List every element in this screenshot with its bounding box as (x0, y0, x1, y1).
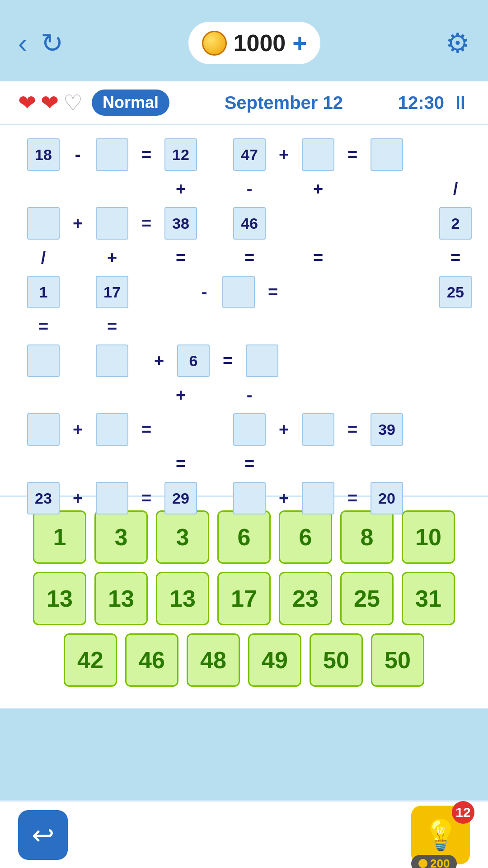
op-r6c3: = (96, 310, 128, 343)
tile-25[interactable]: 25 (340, 572, 394, 625)
cell-r5c11[interactable]: 25 (439, 276, 472, 308)
op-row-6b: = (96, 310, 128, 343)
op-r5c7: = (257, 276, 289, 308)
cell-r11c5[interactable]: 29 (164, 482, 197, 514)
op-r11c2: + (61, 482, 94, 514)
timer-area: 12:30 ⏸ (398, 92, 470, 113)
op-row-8a: + (164, 379, 197, 411)
cell-r3c7[interactable]: 46 (233, 207, 266, 240)
op-r1c10: = (336, 138, 369, 171)
op-row-4f: = (439, 241, 472, 274)
cell-r5c3[interactable]: 17 (96, 276, 128, 308)
op-r3c4: = (130, 207, 163, 240)
input-r1c3[interactable] (96, 138, 128, 171)
input-r11c3[interactable] (96, 482, 128, 514)
cell-r11c11[interactable]: 20 (371, 482, 403, 514)
input-r3c1[interactable] (27, 207, 60, 240)
cell-r3c5[interactable]: 38 (164, 207, 197, 240)
add-coins-button[interactable]: + (292, 28, 307, 57)
op-row-2d: / (439, 173, 472, 205)
cell-r1c1[interactable]: 18 (27, 138, 60, 171)
input-r3c3[interactable] (96, 207, 128, 240)
puzzle-grid: 18 - = 12 47 + = + - + / + (27, 138, 461, 482)
input-r9c7[interactable] (233, 413, 266, 446)
cell-row-5b: 17 (96, 276, 128, 308)
undo-button[interactable]: ↩ (18, 810, 68, 860)
op-r11c10: = (336, 482, 369, 514)
op-r4c1: / (27, 241, 60, 274)
input-r7c3[interactable] (96, 344, 128, 377)
op-row-10b: = (233, 448, 266, 480)
hint-container: 💡 12 200 (411, 806, 470, 864)
input-r11c7[interactable] (233, 482, 266, 514)
hint-coin-dot (418, 859, 427, 868)
op-row-4e: = (302, 241, 334, 274)
tile-49[interactable]: 49 (248, 633, 301, 687)
tile-13b[interactable]: 13 (94, 572, 148, 625)
input-r9c9[interactable] (302, 413, 334, 446)
op-r10c7: = (233, 448, 266, 480)
input-r1c9[interactable] (302, 138, 334, 171)
input-r1c11[interactable] (371, 138, 403, 171)
cell-r3c11[interactable]: 2 (439, 207, 472, 240)
cell-r1c7[interactable]: 47 (233, 138, 266, 171)
op-r11c8: + (267, 482, 300, 514)
back-button[interactable]: ‹ (18, 28, 27, 59)
tile-3a[interactable]: 3 (94, 510, 148, 564)
bottom-bar: ↩ 💡 12 200 (0, 800, 488, 868)
tile-8[interactable]: 8 (340, 510, 394, 564)
tile-50a[interactable]: 50 (310, 633, 363, 687)
input-r11c9[interactable] (302, 482, 334, 514)
refresh-button[interactable]: ↻ (41, 27, 63, 59)
coin-amount: 1000 (234, 29, 286, 57)
tile-6b[interactable]: 6 (279, 510, 332, 564)
tile-1[interactable]: 1 (33, 510, 86, 564)
hint-count-badge: 12 (452, 801, 474, 824)
settings-button[interactable]: ⚙ (446, 27, 470, 59)
op-row-4a: / (27, 241, 60, 274)
op-row-10a: = (164, 448, 197, 480)
op-r4c3: + (96, 241, 128, 274)
input-r5c6[interactable] (222, 276, 255, 308)
tile-10[interactable]: 10 (402, 510, 455, 564)
cell-r9c11[interactable]: 39 (371, 413, 403, 446)
tile-50b[interactable]: 50 (371, 633, 424, 687)
cell-r7c5[interactable]: 6 (177, 344, 210, 377)
tile-3b[interactable]: 3 (156, 510, 209, 564)
op-r6c1: = (27, 310, 60, 343)
hint-icon: 💡 (422, 818, 459, 852)
undo-icon: ↩ (32, 819, 54, 851)
op-r9c2: + (61, 413, 94, 446)
pause-button[interactable]: ⏸ (451, 92, 470, 113)
op-r7c4: + (143, 344, 175, 377)
equation-row-5c: - = (188, 276, 289, 308)
cell-r1c5[interactable]: 12 (164, 138, 197, 171)
input-r7c7[interactable] (246, 344, 278, 377)
op-row-2a: + (164, 173, 197, 205)
tile-13c[interactable]: 13 (156, 572, 209, 625)
tile-17[interactable]: 17 (217, 572, 271, 625)
input-r9c3[interactable] (96, 413, 128, 446)
op-r8c4: + (164, 379, 197, 411)
op-r7c6: = (211, 344, 244, 377)
input-r7c1[interactable] (27, 344, 60, 377)
tiles-row-2: 13 13 13 17 23 25 31 (18, 572, 470, 625)
tile-48[interactable]: 48 (187, 633, 240, 687)
tile-42[interactable]: 42 (64, 633, 117, 687)
op-row-8b: - (233, 379, 266, 411)
equation-row-7c: + 6 = (143, 344, 278, 377)
op-r8c7: - (233, 379, 266, 411)
tile-6a[interactable]: 6 (217, 510, 271, 564)
tile-31[interactable]: 31 (402, 572, 455, 625)
op-r2c7: - (233, 173, 266, 205)
op-r4c7: = (233, 241, 266, 274)
tile-46[interactable]: 46 (125, 633, 178, 687)
date-label: September 12 (225, 93, 343, 113)
equation-row-9a: + = (27, 413, 163, 446)
input-r9c1[interactable] (27, 413, 60, 446)
tile-13a[interactable]: 13 (33, 572, 86, 625)
cell-r5c1[interactable]: 1 (27, 276, 60, 308)
tile-23[interactable]: 23 (279, 572, 332, 625)
cell-r11c1[interactable]: 23 (27, 482, 60, 514)
op-r2c9: + (302, 173, 334, 205)
